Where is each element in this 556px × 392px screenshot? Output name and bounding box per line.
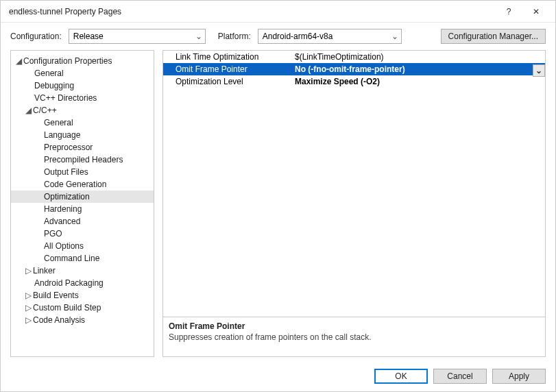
tree-item-general[interactable]: General (11, 67, 154, 79)
platform-label: Platform: (218, 32, 251, 41)
footer: OK Cancel Apply (1, 361, 555, 391)
configuration-value: Release (73, 32, 104, 41)
description-text: Suppresses creation of frame pointers on… (169, 332, 540, 342)
tri-closed-icon: ▷ (25, 266, 32, 275)
platform-value: Android-arm64-v8a (263, 32, 333, 41)
description-title: Omit Frame Pointer (169, 321, 540, 331)
chevron-down-icon: ⌄ (391, 32, 398, 41)
close-button[interactable]: ✕ (522, 1, 550, 22)
configuration-manager-button[interactable]: Configuration Manager... (441, 29, 546, 44)
grid-row-lto[interactable]: Link Time Optimization $(LinkTimeOptimiz… (163, 51, 545, 63)
tree-item-debugging[interactable]: Debugging (11, 79, 154, 92)
chevron-down-icon: ⌄ (535, 66, 542, 75)
help-button[interactable]: ? (495, 1, 522, 22)
tree-item-cpp-optimization[interactable]: Optimization (11, 191, 154, 203)
grid-row-omit-frame-pointer[interactable]: Omit Frame Pointer No (-fno-omit-frame-p… (163, 63, 545, 75)
chevron-down-icon: ⌄ (195, 32, 202, 41)
cancel-button[interactable]: Cancel (433, 369, 487, 384)
tri-closed-icon: ▷ (25, 315, 32, 325)
config-row: Configuration: Release ⌄ Platform: Andro… (1, 23, 555, 50)
tree-item-cpp-cmdline[interactable]: Command Line (11, 252, 154, 265)
prop-value[interactable]: $(LinkTimeOptimization) (293, 52, 545, 62)
prop-value[interactable]: Maximize Speed (-O2) (293, 77, 545, 86)
configuration-combo[interactable]: Release ⌄ (69, 29, 206, 44)
apply-button[interactable]: Apply (492, 369, 546, 384)
tree-item-cpp-hardening[interactable]: Hardening (11, 203, 154, 215)
main-area: ◢Configuration Properties General Debugg… (1, 50, 555, 361)
tree-item-cpp-general[interactable]: General (11, 117, 154, 129)
value-dropdown-button[interactable]: ⌄ (533, 64, 545, 77)
dialog-window: endless-tunnel Property Pages ? ✕ Config… (0, 0, 556, 392)
close-icon: ✕ (533, 7, 540, 16)
tree-item-cpp[interactable]: ◢C/C++ (11, 104, 154, 117)
tree-item-cpp-language[interactable]: Language (11, 129, 154, 141)
right-pane: Link Time Optimization $(LinkTimeOptimiz… (162, 50, 546, 357)
tree-pane[interactable]: ◢Configuration Properties General Debugg… (10, 50, 154, 357)
tri-closed-icon: ▷ (25, 303, 32, 313)
window-title: endless-tunnel Property Pages (9, 7, 495, 16)
tree-item-cpp-codegen[interactable]: Code Generation (11, 178, 154, 191)
prop-name: Link Time Optimization (163, 52, 293, 62)
tree-root[interactable]: ◢Configuration Properties (11, 55, 154, 67)
tri-open-icon: ◢ (15, 56, 22, 66)
tree-item-cpp-allopts[interactable]: All Options (11, 240, 154, 252)
tree-item-custom-build[interactable]: ▷Custom Build Step (11, 302, 154, 314)
help-icon: ? (507, 7, 511, 16)
ok-button[interactable]: OK (374, 369, 428, 384)
grid-row-opt-level[interactable]: Optimization Level Maximize Speed (-O2) (163, 75, 545, 88)
tree-item-build-events[interactable]: ▷Build Events (11, 289, 154, 302)
title-bar: endless-tunnel Property Pages ? ✕ (1, 1, 555, 23)
tree-item-code-analysis[interactable]: ▷Code Analysis (11, 314, 154, 326)
tri-open-icon: ◢ (25, 106, 32, 115)
tree-item-android-pkg[interactable]: Android Packaging (11, 277, 154, 289)
description-box: Omit Frame Pointer Suppresses creation o… (162, 317, 546, 357)
tree-item-linker[interactable]: ▷Linker (11, 265, 154, 277)
prop-value[interactable]: No (-fno-omit-frame-pointer) ⌄ (293, 64, 545, 74)
tree-item-cpp-pgo[interactable]: PGO (11, 228, 154, 240)
tree-item-cpp-pch[interactable]: Precompiled Headers (11, 154, 154, 166)
tree-item-cpp-outfiles[interactable]: Output Files (11, 166, 154, 178)
tree-item-vcdirs[interactable]: VC++ Directories (11, 92, 154, 104)
configuration-label: Configuration: (10, 32, 62, 41)
tri-closed-icon: ▷ (25, 291, 32, 300)
tree-item-cpp-advanced[interactable]: Advanced (11, 215, 154, 228)
property-grid: Link Time Optimization $(LinkTimeOptimiz… (162, 50, 546, 317)
prop-name: Omit Frame Pointer (163, 64, 293, 74)
tree-item-cpp-preproc[interactable]: Preprocessor (11, 141, 154, 154)
prop-name: Optimization Level (163, 77, 293, 86)
platform-combo[interactable]: Android-arm64-v8a ⌄ (258, 29, 402, 44)
